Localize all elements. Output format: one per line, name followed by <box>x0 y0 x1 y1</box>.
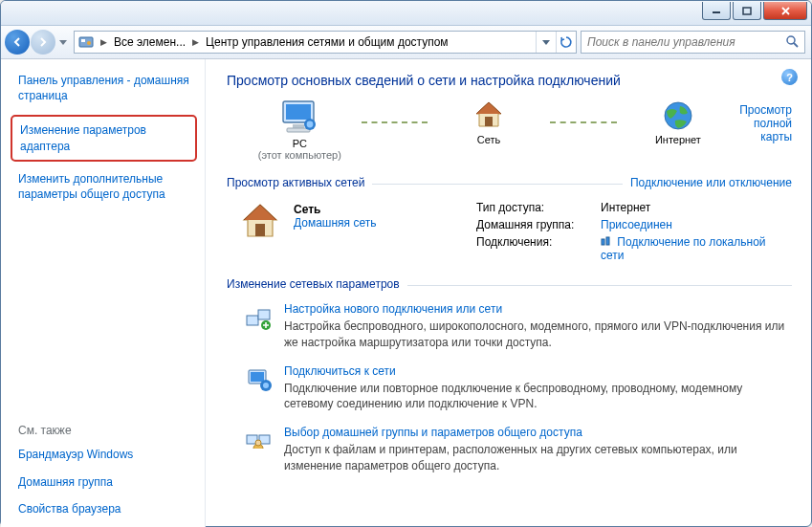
search-icon <box>785 34 801 50</box>
svg-rect-17 <box>602 239 604 245</box>
prop-key-connections: Подключения: <box>476 235 601 262</box>
homegroup-sharing-title[interactable]: Выбор домашней группы и параметров общег… <box>284 426 792 439</box>
active-network-name-block[interactable]: Сеть Домашняя сеть <box>294 199 428 230</box>
minimize-button[interactable] <box>702 2 731 20</box>
svg-rect-3 <box>81 39 85 42</box>
control-panel-icon <box>77 33 95 51</box>
address-dropdown-button[interactable] <box>536 32 556 53</box>
map-pc-label: PC <box>238 138 362 149</box>
svg-line-6 <box>794 43 798 47</box>
refresh-button[interactable] <box>556 32 576 53</box>
network-map: PC (этот компьютер) Сеть <box>238 99 792 161</box>
prop-key-access: Тип доступа: <box>476 201 601 214</box>
settings-item-homegroup-sharing[interactable]: Выбор домашней группы и параметров общег… <box>244 426 792 474</box>
computer-icon <box>277 99 321 136</box>
connect-network-icon <box>244 364 274 395</box>
prop-val-access: Интернет <box>601 201 792 214</box>
toolbar: ▶ Все элемен... ▶ Центр управления сетям… <box>1 26 811 59</box>
svg-rect-0 <box>713 11 720 13</box>
content-area: ? Просмотр основных сведений о сети и на… <box>206 59 811 527</box>
map-node-pc[interactable]: PC (этот компьютер) <box>238 99 362 161</box>
change-settings-section: Изменение сетевых параметров <box>227 277 792 291</box>
sidebar: Панель управления - домашняя страница Из… <box>1 59 206 527</box>
prop-val-connection[interactable]: Подключение по локальной сети <box>601 235 766 262</box>
map-link-net-internet <box>550 109 616 136</box>
sidebar-item-homegroup[interactable]: Домашняя группа <box>18 474 195 490</box>
map-link-pc-net <box>362 109 428 136</box>
search-box[interactable] <box>581 31 805 54</box>
connection-status-icon <box>601 236 611 247</box>
settings-item-connect-network[interactable]: Подключиться к сети Подключение или повт… <box>244 364 792 413</box>
map-pc-sublabel: (этот компьютер) <box>238 149 362 161</box>
chevron-right-icon[interactable]: ▶ <box>189 37 202 47</box>
svg-point-5 <box>787 36 795 44</box>
svg-rect-1 <box>743 8 751 14</box>
sidebar-item-browser-props[interactable]: Свойства браузера <box>18 501 195 516</box>
help-icon[interactable]: ? <box>781 69 798 85</box>
map-node-internet[interactable]: Интернет <box>617 99 740 145</box>
svg-rect-19 <box>247 316 258 325</box>
prop-key-homegroup: Домашняя группа: <box>476 218 601 231</box>
address-bar[interactable]: ▶ Все элемен... ▶ Центр управления сетям… <box>74 31 577 54</box>
svg-rect-8 <box>286 104 311 120</box>
page-title: Просмотр основных сведений о сети и наст… <box>227 73 792 88</box>
homegroup-sharing-icon <box>244 426 274 456</box>
svg-point-12 <box>307 121 314 128</box>
sidebar-item-firewall[interactable]: Брандмауэр Windows <box>18 447 195 462</box>
active-networks-section: Просмотр активных сетей Подключение или … <box>227 176 792 189</box>
globe-icon <box>662 99 694 132</box>
connect-disconnect-link[interactable]: Подключение или отключение <box>623 176 792 189</box>
settings-item-new-connection[interactable]: Настройка нового подключения или сети На… <box>244 302 792 351</box>
svg-rect-18 <box>606 237 609 245</box>
forward-button[interactable] <box>31 30 55 55</box>
svg-point-4 <box>87 41 91 45</box>
active-networks-header: Просмотр активных сетей <box>227 176 372 189</box>
sidebar-see-also-header: См. также <box>18 424 195 437</box>
back-button[interactable] <box>5 30 30 55</box>
connect-network-title[interactable]: Подключиться к сети <box>284 364 792 378</box>
control-panel-window: ▶ Все элемен... ▶ Центр управления сетям… <box>0 0 812 527</box>
sidebar-item-adapter-settings[interactable]: Изменение параметров адаптера <box>11 115 197 161</box>
chevron-right-icon[interactable]: ▶ <box>98 37 110 47</box>
sidebar-item-home[interactable]: Панель управления - домашняя страница <box>18 73 195 103</box>
map-internet-label: Интернет <box>617 134 740 145</box>
svg-rect-16 <box>255 224 265 236</box>
nav-buttons <box>5 30 70 55</box>
svg-rect-13 <box>485 117 493 126</box>
nav-history-dropdown[interactable] <box>56 33 70 52</box>
connect-network-desc: Подключение или повторное подключение к … <box>284 381 792 413</box>
network-type-link[interactable]: Домашняя сеть <box>294 216 428 230</box>
breadcrumb-network-center[interactable]: Центр управления сетями и общим доступом <box>202 32 452 53</box>
map-net-label: Сеть <box>428 134 551 145</box>
home-network-icon <box>240 201 286 242</box>
search-input[interactable] <box>585 34 785 50</box>
svg-rect-9 <box>293 124 304 128</box>
homegroup-sharing-desc: Доступ к файлам и принтерам, расположенн… <box>284 442 792 474</box>
svg-point-28 <box>255 440 261 446</box>
sidebar-item-advanced-sharing[interactable]: Изменить дополнительные параметры общего… <box>18 171 195 202</box>
new-connection-desc: Настройка беспроводного, широкополосного… <box>284 318 792 351</box>
network-name: Сеть <box>294 203 428 216</box>
breadcrumb-all-items[interactable]: Все элемен... <box>110 32 189 53</box>
svg-point-25 <box>263 383 269 388</box>
titlebar[interactable] <box>1 1 811 26</box>
svg-rect-23 <box>251 372 264 382</box>
window-body: Панель управления - домашняя страница Из… <box>1 59 811 527</box>
maximize-button[interactable] <box>733 2 761 20</box>
view-full-map-link[interactable]: Просмотр полной карты <box>739 103 792 143</box>
prop-val-homegroup[interactable]: Присоединен <box>601 218 672 231</box>
new-connection-icon <box>244 302 274 333</box>
svg-rect-20 <box>258 310 270 319</box>
network-properties: Тип доступа: Интернет Домашняя группа: П… <box>476 199 792 262</box>
change-settings-header: Изменение сетевых параметров <box>227 277 407 291</box>
new-connection-title[interactable]: Настройка нового подключения или сети <box>284 302 792 316</box>
house-icon <box>473 99 504 128</box>
map-node-network[interactable]: Сеть <box>428 99 551 145</box>
close-button[interactable] <box>763 2 807 20</box>
active-network-row: Сеть Домашняя сеть Тип доступа: Интернет… <box>240 199 792 262</box>
